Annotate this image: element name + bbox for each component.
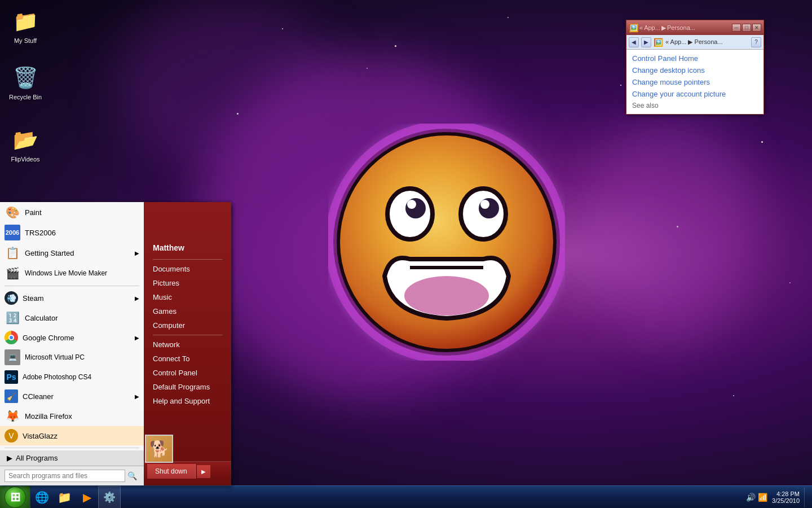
desktop: 📁 My Stuff 🗑️ Recycle Bin 📂 FlipVideos 🖼… (0, 0, 812, 508)
cp-maximize-button[interactable]: □ (742, 24, 751, 32)
shut-down-button[interactable]: Shut down (147, 464, 196, 479)
getting-started-arrow: ▶ (135, 250, 139, 256)
cp-minimize-button[interactable]: ─ (732, 24, 741, 32)
cp-title-buttons: ─ □ ✕ (732, 24, 761, 32)
menu-item-paint[interactable]: 🎨 Paint (0, 202, 144, 222)
menu-item-firefox[interactable]: 🦊 Mozilla Firefox (0, 406, 144, 426)
menu-item-calculator[interactable]: 🔢 Calculator (0, 308, 144, 328)
cp-home-link[interactable]: Control Panel Home (632, 54, 758, 63)
cp-help-button[interactable]: ? (751, 37, 761, 47)
menu-item-matthew[interactable]: Matthew (144, 240, 231, 257)
cp-breadcrumb-app[interactable]: App... (644, 24, 660, 31)
menu-item-mvpc[interactable]: 💻 Microsoft Virtual PC (0, 347, 144, 367)
desktop-icon-flip-videos[interactable]: 📂 FlipVideos (3, 124, 48, 165)
start-menu-left: 🎨 Paint 2006 TRS2006 📋 Getting Started ▶ (0, 202, 144, 485)
chrome-icon (5, 331, 18, 344)
cp-addressbar: ◀ ▶ 🖼️ « App... ▶ Persona... ? (626, 35, 764, 50)
svg-point-8 (480, 200, 489, 209)
cp-see-also: See also (632, 102, 758, 110)
cp-back-button[interactable]: ◀ (629, 37, 639, 47)
start-menu-main: 🎨 Paint 2006 TRS2006 📋 Getting Started ▶ (0, 202, 231, 485)
menu-item-photoshop[interactable]: Ps Adobe Photoshop CS4 (0, 367, 144, 387)
search-area: 🔍 (0, 466, 144, 485)
smiley-face (328, 124, 565, 361)
menu-item-help-support[interactable]: Help and Support (144, 394, 231, 408)
taskbar-media[interactable]: ▶ (76, 486, 98, 509)
taskbar-ie[interactable]: 🌐 (30, 486, 53, 509)
steam-icon: 💨 (5, 291, 18, 305)
show-desktop-button[interactable] (804, 487, 807, 507)
control-panel-window: 🖼️ « App... ▶ Persona... ─ □ ✕ ◀ ▶ 🖼️ « … (626, 20, 764, 115)
system-tray-icons: 🔊 📶 (746, 493, 767, 502)
clock-date: 3/25/2010 (772, 497, 800, 504)
calculator-icon: 🔢 (5, 310, 20, 326)
user-picture-area: 🐕 (145, 435, 173, 463)
ie-icon: 🌐 (35, 491, 49, 504)
all-programs-button[interactable]: ▶ All Programs (5, 452, 60, 465)
cp-mouse-pointers-link[interactable]: Change mouse pointers (632, 78, 758, 86)
steam-arrow: ▶ (135, 295, 139, 301)
getting-started-icon: 📋 (5, 245, 20, 261)
taskbar-right: 🔊 📶 4:28 PM 3/25/2010 (746, 487, 812, 507)
menu-item-getting-started[interactable]: 📋 Getting Started ▶ (0, 243, 144, 263)
wlmm-icon: 🎬 (5, 265, 20, 281)
cp-titlebar: 🖼️ « App... ▶ Persona... ─ □ ✕ (626, 20, 764, 35)
photoshop-icon: Ps (5, 370, 18, 384)
menu-item-trs2006[interactable]: 2006 TRS2006 (0, 222, 144, 243)
menu-item-pictures[interactable]: Pictures (144, 276, 231, 290)
menu-item-music[interactable]: Music (144, 290, 231, 304)
windows-logo: ⊞ (10, 490, 20, 505)
firefox-icon: 🦊 (5, 408, 20, 424)
search-button[interactable]: 🔍 (125, 470, 139, 481)
cp-desktop-icons-link[interactable]: Change desktop icons (632, 66, 758, 75)
flip-videos-label: FlipVideos (11, 156, 39, 163)
start-button[interactable]: ⊞ (0, 486, 30, 509)
cp-breadcrumb-persona[interactable]: Persona... (667, 24, 695, 31)
all-programs-arrow-icon: ▶ (7, 454, 12, 462)
menu-item-steam[interactable]: 💨 Steam ▶ (0, 288, 144, 308)
cp-taskbar-icon: ⚙️ (103, 491, 116, 503)
cp-content: Control Panel Home Change desktop icons … (626, 50, 764, 114)
menu-separator-1 (5, 286, 139, 286)
taskbar-explorer[interactable]: 📁 (53, 486, 76, 509)
paint-icon: 🎨 (5, 204, 20, 220)
cp-forward-button[interactable]: ▶ (641, 37, 651, 47)
menu-item-chrome[interactable]: Google Chrome ▶ (0, 328, 144, 347)
program-list: 🎨 Paint 2006 TRS2006 📋 Getting Started ▶ (0, 202, 144, 445)
trs2006-icon: 2006 (5, 225, 20, 240)
menu-item-control-panel[interactable]: Control Panel (144, 366, 231, 380)
right-sep-2 (153, 335, 222, 335)
search-input[interactable] (5, 470, 125, 482)
menu-item-games[interactable]: Games (144, 304, 231, 318)
shut-down-area: Shut down ▶ (144, 461, 231, 481)
shut-down-options-button[interactable]: ▶ (197, 465, 210, 478)
ccleaner-arrow: ▶ (135, 393, 139, 400)
menu-item-network[interactable]: Network (144, 338, 231, 352)
my-stuff-label: My Stuff (14, 37, 37, 44)
clock-time: 4:28 PM (772, 491, 800, 497)
menu-separator-bottom (5, 448, 139, 448)
ccleaner-icon: 🧹 (5, 389, 18, 403)
cp-account-picture-link[interactable]: Change your account picture (632, 90, 758, 98)
svg-point-5 (407, 200, 416, 209)
start-menu: 🐕 🎨 Paint 2006 TRS2006 (0, 202, 231, 485)
mvpc-icon: 💻 (5, 349, 20, 365)
desktop-icon-recycle-bin[interactable]: 🗑️ Recycle Bin (3, 62, 48, 103)
menu-item-default-programs[interactable]: Default Programs (144, 380, 231, 394)
desktop-icon-my-stuff[interactable]: 📁 My Stuff (3, 6, 48, 46)
right-sep-1 (153, 259, 222, 260)
my-stuff-icon: 📁 (12, 8, 39, 35)
menu-item-ccleaner[interactable]: 🧹 CCleaner ▶ (0, 387, 144, 406)
recycle-bin-label: Recycle Bin (9, 94, 42, 100)
cp-breadcrumb: 🖼️ « App... ▶ Persona... (629, 23, 695, 32)
menu-item-connect-to[interactable]: Connect To (144, 352, 231, 366)
cp-close-button[interactable]: ✕ (752, 24, 761, 32)
taskbar: ⊞ 🌐 📁 ▶ ⚙️ 🔊 📶 4:28 PM 3/25/2010 (0, 485, 812, 508)
user-avatar: 🐕 (145, 435, 173, 463)
menu-item-documents[interactable]: Documents (144, 262, 231, 276)
clock-area[interactable]: 4:28 PM 3/25/2010 (772, 491, 800, 504)
taskbar-cp[interactable]: ⚙️ (98, 486, 121, 509)
menu-item-computer[interactable]: Computer (144, 318, 231, 332)
menu-item-vistaglazz[interactable]: V VistaGlazz (0, 426, 144, 445)
menu-item-wlmm[interactable]: 🎬 Windows Live Movie Maker (0, 263, 144, 283)
